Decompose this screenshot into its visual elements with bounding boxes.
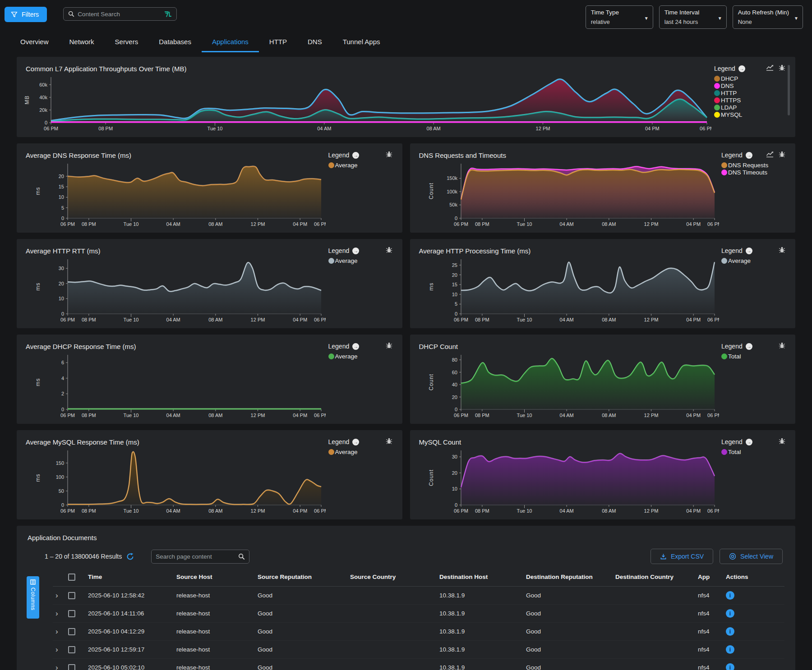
info-icon[interactable]: i [726, 645, 734, 654]
chart-avg-dns-response[interactable]: 0510152006 PM08 PMTue 1004 AM08 AM12 PM0… [25, 160, 326, 228]
row-checkbox[interactable] [68, 592, 75, 599]
svg-text:20: 20 [59, 174, 64, 179]
svg-text:60: 60 [452, 370, 457, 375]
svg-text:5: 5 [61, 205, 64, 211]
cell-time: 2025-06-10 12:58:42 [88, 592, 176, 599]
row-checkbox[interactable] [68, 646, 75, 653]
legend-expand-icon[interactable]: → [746, 343, 752, 350]
tab-servers[interactable]: Servers [105, 35, 149, 52]
export-csv-button[interactable]: Export CSV [651, 549, 713, 564]
legend-item-ldap[interactable]: LDAP [714, 104, 787, 111]
bug-icon[interactable] [779, 437, 785, 446]
legend-item-total[interactable]: Total [721, 449, 787, 455]
row-checkbox[interactable] [68, 610, 75, 617]
table-row: ›2025-06-10 14:11:06release-hostGood10.3… [53, 605, 784, 623]
expand-row-icon[interactable]: › [53, 664, 68, 670]
legend-expand-icon[interactable]: → [738, 65, 745, 72]
legend-item-dns-timeouts[interactable]: DNS Timeouts [721, 169, 787, 176]
bug-icon[interactable] [779, 342, 785, 351]
bug-icon[interactable] [779, 246, 785, 255]
legend-expand-icon[interactable]: → [352, 439, 359, 445]
bug-icon[interactable] [386, 342, 392, 351]
info-icon[interactable]: i [726, 609, 734, 618]
legend-item-average[interactable]: Average [328, 257, 394, 264]
tab-databases[interactable]: Databases [148, 35, 202, 52]
tab-http[interactable]: HTTP [259, 35, 297, 52]
time-type-dropdown[interactable]: Time Type relative ▼ [586, 5, 653, 29]
legend-expand-icon[interactable]: → [746, 248, 752, 254]
panel-avg-mysql-response: Average MySQL Response Time (ms)05010015… [17, 430, 402, 519]
legend-item-average[interactable]: Average [328, 449, 394, 455]
legend-item-dhcp[interactable]: DHCP [714, 75, 787, 82]
legend-item-dns-requests[interactable]: DNS Requests [721, 162, 787, 169]
chart-dns-requests-timeouts[interactable]: 050k100k150k06 PM08 PMTue 1004 AM08 AM12… [418, 160, 719, 228]
expand-row-icon[interactable]: › [53, 610, 68, 617]
tab-network[interactable]: Network [59, 35, 105, 52]
expand-row-icon[interactable]: › [53, 646, 68, 653]
chart-avg-http-processing[interactable]: 051015202506 PM08 PMTue 1004 AM08 AM12 P… [418, 256, 719, 324]
svg-text:12 PM: 12 PM [644, 221, 658, 227]
chart-avg-http-rtt[interactable]: 010203006 PM08 PMTue 1004 AM08 AM12 PM04… [25, 256, 326, 324]
line-chart-icon[interactable] [766, 151, 774, 160]
expand-row-icon[interactable]: › [53, 628, 68, 635]
time-interval-dropdown[interactable]: Time Interval last 24 hours ▼ [659, 5, 727, 29]
info-icon[interactable]: i [726, 591, 734, 600]
row-checkbox[interactable] [68, 664, 75, 670]
column-header-destination-reputation[interactable]: Destination Reputation [526, 574, 615, 580]
legend-item-https[interactable]: HTTPS [714, 97, 787, 104]
legend-expand-icon[interactable]: → [352, 152, 359, 159]
page-content-search-input[interactable] [156, 553, 238, 560]
tab-dns[interactable]: DNS [297, 35, 332, 52]
bug-icon[interactable] [779, 64, 785, 73]
auto-refresh-dropdown[interactable]: Auto Refresh (Min) None ▼ [733, 5, 803, 29]
legend-expand-icon[interactable]: → [746, 152, 752, 159]
legend-expand-icon[interactable]: → [352, 343, 359, 350]
column-header-actions[interactable]: Actions [726, 574, 784, 580]
cell-time: 2025-06-10 14:11:06 [88, 610, 176, 617]
column-header-app[interactable]: App [698, 574, 726, 580]
line-chart-icon[interactable] [766, 64, 774, 73]
column-header-time[interactable]: Time [88, 574, 176, 580]
column-header-destination-country[interactable]: Destination Country [615, 574, 698, 580]
info-icon[interactable]: i [726, 627, 734, 636]
expand-row-icon[interactable]: › [53, 592, 68, 599]
legend-expand-icon[interactable]: → [746, 439, 752, 445]
column-header-destination-host[interactable]: Destination Host [439, 574, 526, 580]
columns-button[interactable]: Columns [27, 576, 39, 619]
legend-scrollbar[interactable] [788, 65, 790, 115]
legend-dot [714, 76, 720, 82]
bug-icon[interactable] [386, 246, 392, 255]
content-search-input[interactable] [78, 11, 164, 18]
cell-destination-host: 10.38.1.9 [439, 664, 526, 670]
legend-item-dns[interactable]: DNS [714, 83, 787, 89]
cell-destination-host: 10.38.1.9 [439, 628, 526, 635]
refresh-icon[interactable] [126, 553, 134, 560]
chart-avg-mysql-response[interactable]: 05010015006 PM08 PMTue 1004 AM08 AM12 PM… [25, 447, 326, 515]
bug-icon[interactable] [779, 151, 785, 160]
select-view-button[interactable]: Select View [720, 549, 783, 564]
legend-item-average[interactable]: Average [721, 257, 787, 264]
bug-icon[interactable] [386, 437, 392, 446]
column-header-source-country[interactable]: Source Country [350, 574, 439, 580]
legend-item-http[interactable]: HTTP [714, 90, 787, 96]
select-all-checkbox[interactable] [68, 574, 75, 581]
legend-item-average[interactable]: Average [328, 353, 394, 360]
legend-item-total[interactable]: Total [721, 353, 787, 360]
tab-tunnel-apps[interactable]: Tunnel Apps [332, 35, 391, 52]
chart-dhcp-count[interactable]: 02040608006 PM08 PMTue 1004 AM08 AM12 PM… [418, 351, 719, 419]
column-header-source-reputation[interactable]: Source Reputation [258, 574, 350, 580]
legend-item-average[interactable]: Average [328, 162, 394, 169]
column-header-source-host[interactable]: Source Host [176, 574, 258, 580]
chart-l7-throughput[interactable]: 020k40k60k06 PM08 PMTue 1004 AM08 AM12 P… [25, 73, 711, 133]
tab-applications[interactable]: Applications [202, 35, 259, 52]
row-checkbox[interactable] [68, 628, 75, 635]
filters-button[interactable]: Filters [5, 7, 47, 22]
tab-overview[interactable]: Overview [10, 35, 59, 52]
bug-icon[interactable] [386, 151, 392, 160]
chart-avg-dhcp-response[interactable]: 024606 PM08 PMTue 1004 AM08 AM12 PM04 PM… [25, 351, 326, 419]
chart-mysql-count[interactable]: 010203006 PM08 PMTue 1004 AM08 AM12 PM04… [418, 447, 719, 515]
cell-app: nfs4 [698, 628, 726, 635]
legend-item-mysql[interactable]: MYSQL [714, 111, 787, 118]
info-icon[interactable]: i [726, 663, 734, 670]
legend-expand-icon[interactable]: → [352, 248, 359, 254]
